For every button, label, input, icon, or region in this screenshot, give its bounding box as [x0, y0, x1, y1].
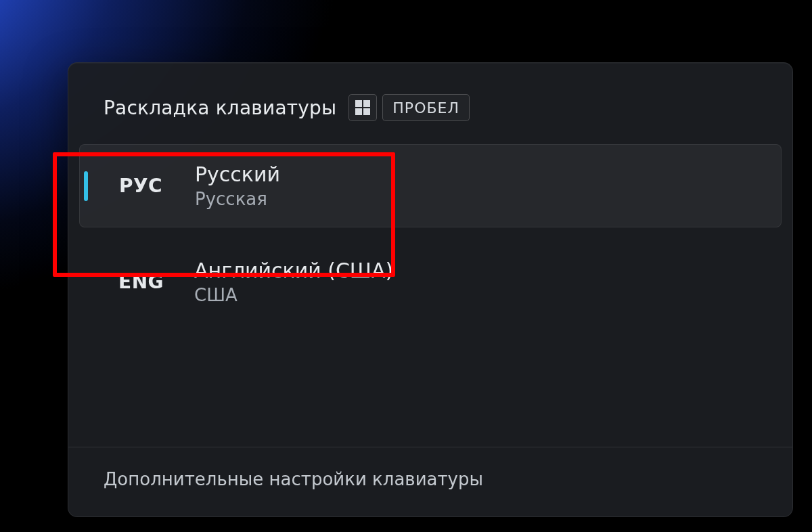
flyout-footer: Дополнительные настройки клавиатуры — [68, 447, 792, 516]
layout-subtitle: США — [194, 285, 393, 305]
layout-text: Русский Русская — [195, 162, 280, 209]
layout-title: Русский — [195, 162, 280, 186]
svg-rect-0 — [355, 100, 362, 107]
windows-logo-icon — [355, 99, 371, 116]
flyout-title: Раскладка клавиатуры — [104, 97, 336, 119]
selected-indicator — [84, 171, 88, 201]
layout-subtitle: Русская — [195, 189, 280, 209]
svg-rect-2 — [355, 108, 362, 115]
layout-list: РУС Русский Русская ENG Английский (США)… — [68, 144, 792, 323]
space-key-label: ПРОБЕЛ — [382, 94, 470, 121]
layout-title: Английский (США) — [194, 259, 393, 282]
flyout-header: Раскладка клавиатуры ПРОБЕЛ — [68, 94, 792, 144]
more-keyboard-settings-link[interactable]: Дополнительные настройки клавиатуры — [104, 469, 483, 489]
keyboard-layout-flyout: Раскладка клавиатуры ПРОБЕЛ РУС Русский … — [68, 62, 793, 517]
layout-code: ENG — [105, 271, 170, 293]
layout-code: РУС — [106, 175, 171, 197]
svg-rect-3 — [363, 108, 370, 115]
layout-item-english-us[interactable]: ENG Английский (США) США — [79, 241, 782, 323]
windows-key-icon — [348, 94, 377, 121]
layout-text: Английский (США) США — [194, 259, 393, 305]
svg-rect-1 — [363, 100, 370, 107]
shortcut-hint: ПРОБЕЛ — [348, 94, 470, 121]
layout-item-russian[interactable]: РУС Русский Русская — [79, 144, 782, 227]
